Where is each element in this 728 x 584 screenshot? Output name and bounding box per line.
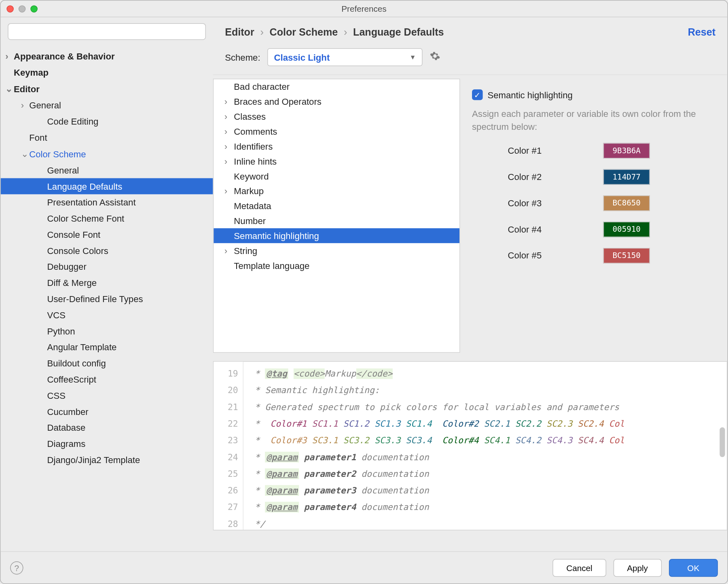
sidebar-item[interactable]: Python [0, 323, 213, 339]
category-item[interactable]: ›Inline hints [214, 154, 459, 169]
sidebar-item-label: General [47, 165, 79, 175]
category-item[interactable]: Bad character [214, 79, 459, 94]
sidebar-item[interactable]: Code Editing [0, 113, 213, 129]
scrollbar-thumb[interactable] [720, 427, 725, 457]
help-icon[interactable]: ? [10, 561, 23, 574]
sidebar: ›Appearance & BehaviorKeymap⌄Editor›Gene… [0, 17, 213, 551]
category-item[interactable]: ›Comments [214, 124, 459, 139]
expand-icon: › [224, 112, 234, 122]
sidebar-item-label: Debugger [47, 262, 87, 272]
apply-button[interactable]: Apply [613, 559, 662, 576]
semantic-description: Assign each parameter or variable its ow… [472, 107, 717, 133]
sidebar-item-label: Color Scheme [29, 149, 86, 159]
breadcrumb-part[interactable]: Color Scheme [270, 27, 338, 38]
category-item[interactable]: ›Classes [214, 109, 459, 124]
sidebar-item-label: CoffeeScript [47, 374, 96, 384]
sidebar-item-label: Angular Template [47, 342, 117, 352]
sidebar-item[interactable]: Console Font [0, 226, 213, 243]
category-item[interactable]: ›Markup [214, 184, 459, 199]
cancel-button[interactable]: Cancel [552, 559, 606, 576]
sidebar-item[interactable]: VCS [0, 307, 213, 323]
sidebar-item[interactable]: ⌄Editor [0, 80, 213, 97]
preferences-window: Preferences ›Appearance & BehaviorKeymap… [0, 0, 728, 584]
sidebar-item[interactable]: Color Scheme Font [0, 210, 213, 226]
category-label: Markup [234, 186, 264, 196]
category-item[interactable]: Metadata [214, 199, 459, 214]
sidebar-item[interactable]: Language Defaults [0, 178, 213, 195]
sidebar-item[interactable]: Diagrams [0, 436, 213, 452]
sidebar-item[interactable]: Presentation Assistant [0, 194, 213, 210]
color-swatch[interactable]: BC5150 [603, 248, 650, 263]
sidebar-item[interactable]: ›General [0, 97, 213, 113]
sidebar-item[interactable]: Buildout config [0, 355, 213, 371]
sidebar-item[interactable]: Cucumber [0, 404, 213, 420]
category-item[interactable]: Number [214, 214, 459, 229]
color-swatch[interactable]: 9B3B6A [603, 143, 650, 158]
sidebar-item[interactable]: ›Appearance & Behavior [0, 48, 213, 64]
sidebar-item-label: Font [29, 132, 47, 142]
scheme-label: Scheme: [225, 52, 260, 62]
search-input[interactable] [8, 23, 206, 40]
sidebar-item[interactable]: General [0, 162, 213, 178]
sidebar-item[interactable]: Angular Template [0, 339, 213, 355]
tree-arrow-icon: › [21, 100, 30, 110]
expand-icon: › [224, 186, 234, 196]
color-swatch[interactable]: 114D77 [603, 169, 650, 184]
sidebar-item[interactable]: Keymap [0, 64, 213, 80]
sidebar-item[interactable]: Debugger [0, 258, 213, 275]
titlebar: Preferences [0, 0, 727, 17]
category-label: Number [234, 216, 266, 226]
category-item[interactable]: ›Braces and Operators [214, 94, 459, 109]
category-label: Inline hints [234, 156, 277, 166]
settings-tree[interactable]: ›Appearance & BehaviorKeymap⌄Editor›Gene… [0, 46, 213, 551]
breadcrumb-part[interactable]: Editor [225, 27, 254, 38]
expand-icon: › [224, 141, 234, 151]
category-label: String [234, 245, 257, 256]
code-area: * @tag <code>Markup</code> * Semantic hi… [243, 362, 727, 530]
sidebar-item[interactable]: User-Defined File Types [0, 291, 213, 307]
semantic-highlighting-checkbox[interactable]: ✓ [472, 89, 483, 100]
color-stops: Color #19B3B6AColor #2114D77Color #3BC86… [472, 143, 717, 263]
category-item[interactable]: ›Identifiers [214, 139, 459, 154]
category-list[interactable]: Bad character›Braces and Operators›Class… [213, 78, 460, 353]
sidebar-item-label: Presentation Assistant [47, 197, 136, 207]
category-label: Bad character [234, 82, 290, 92]
sidebar-item-label: User-Defined File Types [47, 294, 143, 304]
sidebar-item[interactable]: Console Colors [0, 243, 213, 259]
category-label: Comments [234, 126, 277, 136]
sidebar-item-label: VCS [47, 310, 66, 320]
color-stop-row: Color #2114D77 [508, 169, 717, 184]
sidebar-item[interactable]: Diff & Merge [0, 275, 213, 291]
sidebar-item-label: Diagrams [47, 438, 86, 449]
ok-button[interactable]: OK [669, 559, 718, 576]
expand-icon: › [224, 245, 234, 256]
code-preview[interactable]: 19202122232425262728 * @tag <code>Markup… [213, 361, 728, 530]
sidebar-item[interactable]: Django/Jinja2 Template [0, 452, 213, 468]
breadcrumb-part: Language Defaults [353, 27, 444, 38]
breadcrumb: Editor › Color Scheme › Language Default… [213, 17, 728, 45]
sidebar-item[interactable]: CoffeeScript [0, 371, 213, 387]
sidebar-item-label: Buildout config [47, 358, 106, 368]
category-item[interactable]: ›String [214, 243, 459, 258]
color-stop-label: Color #4 [508, 224, 586, 234]
sidebar-item-label: Python [47, 326, 75, 336]
sidebar-item[interactable]: ⌄Color Scheme [0, 146, 213, 162]
sidebar-item[interactable]: Database [0, 419, 213, 436]
category-item[interactable]: Semantic highlighting [214, 228, 459, 243]
sidebar-item-label: Console Colors [47, 245, 108, 256]
category-label: Metadata [234, 201, 271, 211]
color-swatch[interactable]: BC8650 [603, 195, 650, 211]
category-item[interactable]: Template language [214, 258, 459, 273]
scheme-dropdown[interactable]: Classic Light ▼ [267, 48, 423, 66]
color-swatch[interactable]: 005910 [603, 221, 650, 237]
main-panel: Editor › Color Scheme › Language Default… [213, 17, 728, 551]
gear-icon[interactable] [430, 51, 441, 64]
reset-link[interactable]: Reset [688, 27, 715, 38]
sidebar-item[interactable]: CSS [0, 387, 213, 404]
category-label: Keyword [234, 171, 269, 181]
chevron-right-icon: › [344, 27, 347, 38]
semantic-highlighting-label: Semantic highlighting [487, 90, 572, 100]
category-item[interactable]: Keyword [214, 169, 459, 184]
sidebar-item[interactable]: Font [0, 129, 213, 146]
sidebar-item-label: Color Scheme Font [47, 214, 125, 224]
